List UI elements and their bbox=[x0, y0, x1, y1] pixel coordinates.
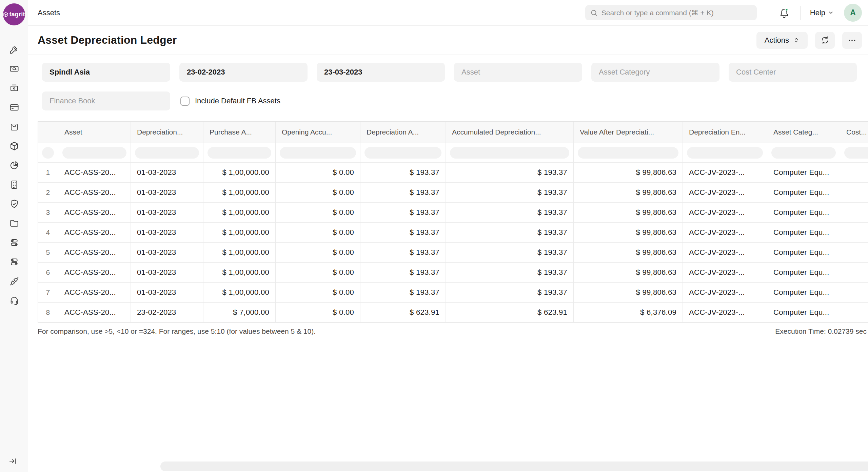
cell-accumulated_depreciation[interactable]: $ 623.91 bbox=[446, 303, 574, 322]
cell-depreciation_amount[interactable]: $ 193.37 bbox=[360, 223, 446, 242]
row-number[interactable]: 4 bbox=[38, 223, 58, 242]
row-number[interactable]: 5 bbox=[38, 243, 58, 262]
column-filter-input[interactable] bbox=[578, 147, 678, 159]
cell-cost_center[interactable] bbox=[840, 243, 868, 262]
column-header-purchase_amount[interactable]: Purchase A... bbox=[203, 122, 276, 143]
cell-depreciation_amount[interactable]: $ 193.37 bbox=[360, 283, 446, 302]
table-row[interactable]: 8ACC-ASS-20...23-02-2023$ 7,000.00$ 0.00… bbox=[38, 302, 868, 322]
plug-icon[interactable] bbox=[7, 274, 22, 288]
cell-value_after_depreciation[interactable]: $ 99,806.63 bbox=[574, 283, 683, 302]
to-date-filter[interactable] bbox=[317, 63, 445, 82]
cell-asset[interactable]: ACC-ASS-20... bbox=[58, 183, 131, 202]
cell-purchase_amount[interactable]: $ 1,00,000.00 bbox=[203, 263, 276, 282]
cell-depreciation_date[interactable]: 01-03-2023 bbox=[131, 183, 203, 202]
shopping-bag-icon[interactable] bbox=[7, 120, 22, 134]
column-header-asset[interactable]: Asset bbox=[58, 122, 131, 143]
cell-accumulated_depreciation[interactable]: $ 193.37 bbox=[446, 283, 574, 302]
cell-accumulated_depreciation[interactable]: $ 193.37 bbox=[446, 203, 574, 222]
credit-card-icon[interactable] bbox=[7, 101, 22, 114]
cell-asset[interactable]: ACC-ASS-20... bbox=[58, 283, 131, 302]
wrench-icon[interactable] bbox=[7, 43, 22, 56]
brand-logo[interactable]: tagrit bbox=[3, 3, 25, 25]
cell-purchase_amount[interactable]: $ 1,00,000.00 bbox=[203, 163, 276, 182]
cell-asset[interactable]: ACC-ASS-20... bbox=[58, 203, 131, 222]
cell-opening_accumulated[interactable]: $ 0.00 bbox=[276, 303, 360, 322]
row-number-filter-input[interactable] bbox=[42, 147, 54, 159]
breadcrumb[interactable]: Assets bbox=[38, 8, 60, 17]
cell-depreciation_date[interactable]: 01-03-2023 bbox=[131, 263, 203, 282]
cell-asset_category[interactable]: Computer Equ... bbox=[767, 243, 840, 262]
column-header-accumulated_depreciation[interactable]: Accumulated Depreciation... bbox=[446, 122, 574, 143]
cell-opening_accumulated[interactable]: $ 0.00 bbox=[276, 163, 360, 182]
column-header-opening_accumulated[interactable]: Opening Accu... bbox=[276, 122, 360, 143]
column-header-cost_center[interactable]: Cost... bbox=[840, 122, 868, 143]
cell-value_after_depreciation[interactable]: $ 99,806.63 bbox=[574, 263, 683, 282]
cell-value_after_depreciation[interactable]: $ 99,806.63 bbox=[574, 223, 683, 242]
cell-value_after_depreciation[interactable]: $ 99,806.63 bbox=[574, 163, 683, 182]
cell-purchase_amount[interactable]: $ 1,00,000.00 bbox=[203, 223, 276, 242]
avatar[interactable]: A bbox=[844, 4, 862, 22]
global-search[interactable] bbox=[585, 5, 757, 20]
horizontal-scrollbar-thumb[interactable] bbox=[160, 461, 868, 471]
cell-accumulated_depreciation[interactable]: $ 193.37 bbox=[446, 183, 574, 202]
cell-accumulated_depreciation[interactable]: $ 193.37 bbox=[446, 163, 574, 182]
cell-depreciation_amount[interactable]: $ 193.37 bbox=[360, 243, 446, 262]
column-filter-input[interactable] bbox=[771, 147, 836, 159]
table-row[interactable]: 3ACC-ASS-20...01-03-2023$ 1,00,000.00$ 0… bbox=[38, 202, 868, 222]
row-number[interactable]: 7 bbox=[38, 283, 58, 302]
shield-check-icon[interactable] bbox=[7, 197, 22, 211]
cell-purchase_amount[interactable]: $ 1,00,000.00 bbox=[203, 183, 276, 202]
cell-depreciation_date[interactable]: 01-03-2023 bbox=[131, 163, 203, 182]
cell-depreciation_entry[interactable]: ACC-JV-2023-... bbox=[683, 263, 767, 282]
cell-depreciation_entry[interactable]: ACC-JV-2023-... bbox=[683, 203, 767, 222]
cell-depreciation_amount[interactable]: $ 193.37 bbox=[360, 203, 446, 222]
from-date-filter[interactable] bbox=[179, 63, 308, 82]
cell-value_after_depreciation[interactable]: $ 99,806.63 bbox=[574, 243, 683, 262]
cell-depreciation_entry[interactable]: ACC-JV-2023-... bbox=[683, 183, 767, 202]
column-filter-input[interactable] bbox=[135, 147, 199, 159]
headset-icon[interactable] bbox=[7, 294, 22, 307]
cell-cost_center[interactable] bbox=[840, 283, 868, 302]
cell-cost_center[interactable] bbox=[840, 303, 868, 322]
cell-opening_accumulated[interactable]: $ 0.00 bbox=[276, 243, 360, 262]
actions-button[interactable]: Actions bbox=[756, 32, 808, 49]
column-filter-input[interactable] bbox=[450, 147, 569, 159]
row-number[interactable]: 8 bbox=[38, 303, 58, 322]
cell-asset[interactable]: ACC-ASS-20... bbox=[58, 303, 131, 322]
column-header-depreciation_date[interactable]: Depreciation... bbox=[131, 122, 203, 143]
cost-center-filter[interactable] bbox=[729, 63, 857, 82]
include-default-fb-checkbox[interactable] bbox=[180, 97, 190, 106]
table-row[interactable]: 6ACC-ASS-20...01-03-2023$ 1,00,000.00$ 0… bbox=[38, 262, 868, 282]
cell-asset_category[interactable]: Computer Equ... bbox=[767, 283, 840, 302]
column-header-depreciation_amount[interactable]: Depreciation A... bbox=[360, 122, 446, 143]
cell-asset[interactable]: ACC-ASS-20... bbox=[58, 263, 131, 282]
company-filter[interactable] bbox=[42, 63, 170, 82]
refresh-button[interactable] bbox=[815, 32, 835, 49]
cell-cost_center[interactable] bbox=[840, 223, 868, 242]
cell-purchase_amount[interactable]: $ 7,000.00 bbox=[203, 303, 276, 322]
cell-depreciation_amount[interactable]: $ 193.37 bbox=[360, 163, 446, 182]
cell-depreciation_amount[interactable]: $ 193.37 bbox=[360, 263, 446, 282]
cell-depreciation_date[interactable]: 01-03-2023 bbox=[131, 283, 203, 302]
cell-cost_center[interactable] bbox=[840, 163, 868, 182]
table-row[interactable]: 1ACC-ASS-20...01-03-2023$ 1,00,000.00$ 0… bbox=[38, 162, 868, 182]
cell-accumulated_depreciation[interactable]: $ 193.37 bbox=[446, 243, 574, 262]
row-number[interactable]: 2 bbox=[38, 183, 58, 202]
cell-cost_center[interactable] bbox=[840, 203, 868, 222]
cell-depreciation_entry[interactable]: ACC-JV-2023-... bbox=[683, 303, 767, 322]
column-filter-input[interactable] bbox=[280, 147, 356, 159]
column-filter-input[interactable] bbox=[208, 147, 271, 159]
cell-accumulated_depreciation[interactable]: $ 193.37 bbox=[446, 263, 574, 282]
cell-purchase_amount[interactable]: $ 1,00,000.00 bbox=[203, 243, 276, 262]
cell-asset[interactable]: ACC-ASS-20... bbox=[58, 223, 131, 242]
cell-depreciation_entry[interactable]: ACC-JV-2023-... bbox=[683, 283, 767, 302]
column-filter-input[interactable] bbox=[844, 147, 868, 159]
row-number[interactable]: 3 bbox=[38, 203, 58, 222]
row-number[interactable]: 6 bbox=[38, 263, 58, 282]
cell-asset_category[interactable]: Computer Equ... bbox=[767, 183, 840, 202]
column-header-asset_category[interactable]: Asset Categ... bbox=[767, 122, 840, 143]
menu-button[interactable] bbox=[842, 32, 862, 49]
cell-depreciation_date[interactable]: 01-03-2023 bbox=[131, 203, 203, 222]
cell-purchase_amount[interactable]: $ 1,00,000.00 bbox=[203, 203, 276, 222]
cell-cost_center[interactable] bbox=[840, 263, 868, 282]
